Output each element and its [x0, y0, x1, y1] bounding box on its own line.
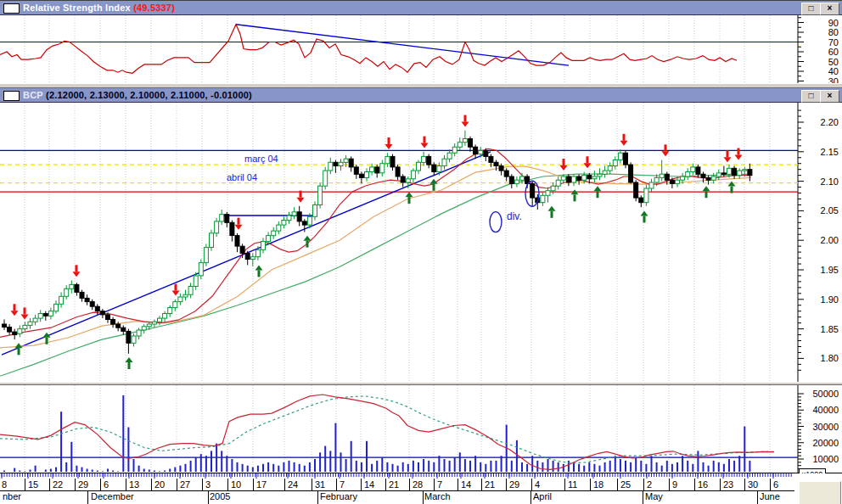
svg-text:1.95: 1.95 [821, 265, 839, 275]
week-separator [284, 479, 285, 490]
week-separator [75, 479, 76, 490]
day-tick-label: 14 [364, 479, 374, 490]
day-tick-label: 13 [129, 479, 139, 490]
price-titlebar[interactable]: BCP (2.12000, 2.13000, 2.10000, 2.11000,… [0, 88, 842, 103]
svg-text:30: 30 [828, 76, 839, 84]
week-separator [312, 479, 312, 490]
svg-text:2.15: 2.15 [821, 147, 839, 157]
close-button[interactable]: × [820, 3, 839, 15]
month-label: February [320, 491, 357, 501]
week-separator [151, 479, 152, 490]
price-window-system-icon[interactable] [3, 91, 20, 101]
day-tick-label: 21 [389, 479, 399, 490]
week-separator [770, 479, 771, 490]
week-separator [177, 479, 177, 490]
svg-text:60: 60 [828, 47, 839, 57]
svg-text:2.20: 2.20 [821, 117, 839, 127]
week-separator [694, 479, 695, 490]
day-tick-label: 14 [461, 479, 471, 490]
day-tick-label: 20 [154, 479, 165, 490]
svg-text:50000: 50000 [812, 389, 839, 399]
volume-plot[interactable]: 5000040000300002000010000 [0, 385, 842, 473]
week-separator [100, 479, 101, 490]
month-label: June [760, 491, 780, 501]
svg-text:20000: 20000 [812, 438, 839, 448]
rsi-titlebar[interactable]: Relative Strength Index (49.5337) □ × [0, 1, 842, 15]
day-tick-label: 18 [593, 479, 603, 490]
svg-text:70: 70 [828, 37, 839, 48]
month-label: nber [3, 491, 21, 501]
day-tick-label: 24 [288, 479, 298, 490]
week-separator [361, 479, 362, 490]
day-tick-label: 15 [28, 479, 38, 490]
week-separator [744, 479, 745, 490]
maximize-button[interactable]: □ [801, 3, 821, 15]
svg-text:2.00: 2.00 [821, 235, 839, 245]
svg-text:1.85: 1.85 [821, 324, 839, 334]
svg-text:80: 80 [828, 27, 839, 37]
day-tick-label: 2 [647, 479, 652, 490]
price-panel: 2.202.152.102.052.001.951.901.851.80 mar… [0, 103, 842, 382]
month-separator [317, 490, 318, 504]
day-tick-label: 6 [104, 479, 109, 490]
week-separator [643, 479, 644, 490]
day-tick-label: 27 [180, 479, 190, 490]
week-separator [481, 479, 482, 490]
svg-text:2.10: 2.10 [821, 176, 839, 187]
month-separator [757, 490, 758, 504]
month-separator [87, 490, 88, 504]
day-tick-label: 10 [231, 479, 241, 490]
day-tick-label: 3 [205, 479, 210, 490]
svg-text:50: 50 [828, 57, 839, 67]
svg-text:90: 90 [828, 18, 839, 28]
day-tick-label: 9 [672, 479, 677, 490]
week-separator [126, 479, 126, 490]
day-tick-label: 25 [620, 479, 631, 490]
svg-text:10000: 10000 [812, 454, 839, 464]
annotation-marc-04: març 04 [244, 154, 278, 164]
month-label: December [91, 491, 134, 501]
svg-text:40: 40 [828, 66, 839, 76]
volume-panel: 5000040000300002000010000 [0, 385, 842, 473]
day-tick-label: 16 [698, 479, 708, 490]
day-tick-label: 6 [773, 479, 778, 490]
day-tick-label: 31 [315, 479, 325, 490]
month-label: April [533, 491, 552, 501]
price-plot[interactable]: 2.202.152.102.052.001.951.901.851.80 [0, 103, 842, 382]
month-separator [208, 490, 209, 504]
maximize-button[interactable]: □ [801, 90, 821, 103]
symbol-label: BCP [23, 90, 43, 100]
day-tick-label: 8 [2, 479, 7, 490]
month-label: March [424, 491, 451, 501]
day-tick-label: 22 [53, 479, 63, 490]
day-tick-label: 17 [256, 479, 267, 490]
week-separator [253, 479, 254, 490]
svg-text:30000: 30000 [812, 422, 839, 432]
day-tick-label: 11 [568, 479, 577, 490]
week-separator [720, 479, 721, 490]
week-separator [227, 479, 228, 490]
svg-text:1.80: 1.80 [821, 353, 839, 363]
month-label-row: nberDecember2005FebruaryMarchAprilMayJun… [0, 490, 794, 504]
annotation-divergence: div. [507, 210, 522, 222]
week-separator [457, 479, 458, 490]
day-tick-label: 23 [723, 479, 733, 490]
week-separator [336, 479, 337, 490]
annotation-abril-04: abril 04 [227, 172, 257, 182]
rsi-window-system-icon[interactable] [3, 3, 20, 14]
week-separator [385, 479, 386, 490]
week-separator [590, 479, 591, 490]
day-tick-label: 7 [437, 479, 442, 490]
week-separator [49, 479, 50, 490]
week-separator [202, 479, 203, 490]
rsi-value: (49.5337) [133, 3, 175, 13]
month-separator [423, 490, 424, 504]
svg-text:2.05: 2.05 [821, 205, 839, 216]
week-separator [531, 479, 532, 490]
close-button[interactable]: × [820, 90, 839, 103]
week-separator [617, 479, 618, 490]
rsi-plot[interactable]: 90807060504030 [0, 15, 842, 83]
month-label: May [645, 491, 663, 501]
price-title: BCP (2.12000, 2.13000, 2.10000, 2.11000,… [23, 90, 252, 100]
day-tick-label: 29 [78, 479, 88, 490]
